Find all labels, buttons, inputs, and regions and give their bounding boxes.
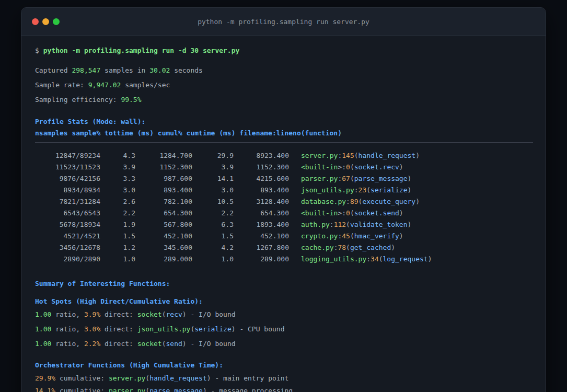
- text-segment: python -m profiling.sampling run -d 30 s…: [43, 47, 240, 54]
- text-segment: 14.1%: [35, 387, 55, 392]
- text-segment: >:: [338, 209, 346, 217]
- text-segment: json_utils.py: [137, 325, 191, 333]
- table-cell: 3456/12678: [35, 243, 100, 252]
- text-segment: direct:: [100, 310, 137, 318]
- text-segment: send: [166, 340, 182, 348]
- table-cell: 1.9: [100, 220, 135, 229]
- table-cell: 4.3: [100, 151, 135, 160]
- function-location-cell: crypto.py:45(hmac_verify): [301, 232, 403, 241]
- text-segment: (: [145, 387, 149, 392]
- table-cell: 289.000: [234, 255, 289, 264]
- function-location-cell: <built-in>:0(socket.recv): [301, 163, 403, 172]
- text-segment: (: [354, 152, 358, 159]
- traffic-lights: [32, 8, 60, 36]
- sampling-efficiency-line: Sampling efficiency: 99.5%: [35, 95, 532, 105]
- text-segment: ): [428, 255, 432, 263]
- table-header: nsamples sample% tottime (ms) cumul% cum…: [35, 129, 532, 138]
- text-segment: parser.py: [301, 175, 338, 182]
- text-segment: (: [350, 232, 354, 240]
- table-cell: 2890/2890: [35, 255, 100, 264]
- table-cell: 1.5: [100, 232, 135, 241]
- table-cell: 4521/4521: [35, 232, 100, 241]
- text-segment: log_request: [383, 255, 428, 263]
- table-row: 6543/65432.2654.3002.2654.300<built-in>:…: [35, 209, 532, 218]
- minimize-button[interactable]: [42, 18, 49, 25]
- table-cell: 5678/18934: [35, 220, 100, 229]
- orchestrator-list: 29.9% cumulative: server.py(handle_reque…: [35, 374, 532, 392]
- text-segment: 298,547: [72, 66, 100, 74]
- text-segment: - message processing: [207, 387, 293, 392]
- text-segment: - I/O bound: [187, 340, 236, 348]
- text-segment: (: [350, 175, 354, 182]
- function-location-cell: parser.py:67(parse_message): [301, 174, 411, 183]
- text-segment: 99.5%: [121, 96, 141, 103]
- table-cell: 654.300: [234, 209, 289, 218]
- text-segment: ): [415, 198, 420, 205]
- text-segment: (: [346, 221, 350, 228]
- table-cell: 2.6: [100, 197, 135, 206]
- text-segment: ): [203, 387, 207, 392]
- close-button[interactable]: [32, 18, 39, 25]
- table-cell: 3.0: [100, 186, 135, 195]
- text-segment: cumulative:: [55, 374, 109, 382]
- text-segment: 2.2%: [84, 340, 100, 348]
- text-segment: (: [366, 186, 371, 194]
- text-segment: 34: [371, 255, 379, 263]
- table-cell: 11523/11523: [35, 163, 100, 172]
- text-segment: parse_message: [354, 175, 408, 182]
- maximize-button[interactable]: [53, 18, 60, 25]
- text-segment: 67: [342, 175, 350, 182]
- text-segment: 3.0%: [84, 325, 100, 333]
- text-segment: ): [408, 221, 412, 228]
- table-cell: 8923.400: [234, 151, 289, 160]
- table-cell: 3.9: [100, 163, 135, 172]
- captured-line: Captured 298,547 samples in 30.02 second…: [35, 66, 532, 75]
- text-segment: ): [408, 186, 412, 194]
- table-cell: 782.100: [135, 197, 192, 206]
- orchestrator-line: 29.9% cumulative: server.py(handle_reque…: [35, 374, 532, 383]
- text-segment: crypto.py: [301, 232, 338, 240]
- text-segment: handle_request: [149, 374, 207, 382]
- table-row: 11523/115233.91152.3003.91152.300<built-…: [35, 163, 532, 172]
- text-segment: 3.9%: [84, 310, 100, 318]
- table-cell: 1.0: [192, 255, 234, 264]
- table-cell: 29.9: [192, 151, 234, 160]
- hot-spot-line: 1.00 ratio, 3.9% direct: socket(recv) - …: [35, 310, 532, 319]
- table-separator: [35, 142, 533, 143]
- text-segment: (: [350, 209, 354, 217]
- text-segment: auth.py: [301, 221, 330, 228]
- text-segment: samples in: [100, 66, 149, 74]
- text-segment: ): [182, 340, 187, 348]
- function-location-cell: server.py:145(handle_request): [301, 151, 420, 160]
- text-segment: validate_token: [350, 221, 408, 228]
- table-cell: 9876/42156: [35, 174, 100, 183]
- text-segment: - I/O bound: [187, 310, 236, 318]
- table-cell: 1.0: [100, 255, 135, 264]
- text-segment: <built-in: [301, 209, 338, 217]
- text-segment: samples/sec: [121, 81, 170, 89]
- text-segment: socket.recv: [354, 163, 399, 171]
- capture-stats: Captured 298,547 samples in 30.02 second…: [35, 66, 532, 105]
- text-segment: logging_utils.py: [301, 255, 366, 263]
- table-row: 7821/312842.6782.10010.53128.400database…: [35, 197, 532, 206]
- table-cell: 3128.400: [234, 197, 289, 206]
- table-row: 5678/189341.9567.8006.31893.400auth.py:1…: [35, 220, 532, 229]
- table-cell: 14.1: [192, 174, 234, 183]
- sample-rate-line: Sample rate: 9,947.02 samples/sec: [35, 80, 532, 90]
- table-cell: 3.0: [192, 186, 234, 195]
- text-segment: (: [350, 163, 354, 171]
- text-segment: 23: [358, 186, 367, 194]
- table-cell: 1284.700: [135, 151, 192, 160]
- table-cell: 1.2: [100, 243, 135, 252]
- text-segment: (: [162, 310, 166, 318]
- text-segment: 145: [342, 152, 354, 159]
- table-row: 4521/45211.5452.1001.5452.100crypto.py:4…: [35, 232, 532, 241]
- table-cell: 1152.300: [135, 163, 192, 172]
- text-segment: ratio,: [51, 325, 84, 333]
- text-segment: $: [35, 47, 43, 54]
- profile-table: 12847/892344.31284.70029.98923.400server…: [35, 151, 532, 264]
- text-segment: 1.00: [35, 340, 51, 348]
- hot-spots-list: 1.00 ratio, 3.9% direct: socket(recv) - …: [35, 310, 532, 349]
- orchestrator-header: Orchestrator Functions (High Cumulative …: [35, 361, 532, 370]
- hot-spots-header: Hot Spots (High Direct/Cumulative Ratio)…: [35, 297, 532, 306]
